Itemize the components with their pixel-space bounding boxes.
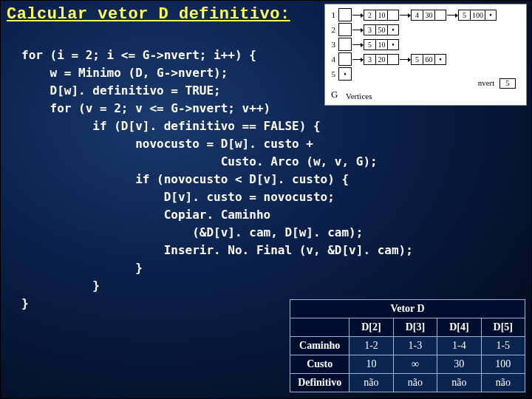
vector-d-row-label: Caminho [290, 337, 349, 355]
graph-g-label: G [331, 89, 338, 100]
arrow-icon [400, 15, 410, 16]
graph-diagram: 121043051002350351043205605VerticesGnver… [324, 4, 527, 106]
adj-row: 2350 [328, 22, 399, 37]
adj-row-index: 4 [328, 55, 335, 64]
arrow-icon [352, 15, 363, 16]
vector-d-col-header: D[5] [481, 318, 525, 337]
adj-row-index: 3 [328, 40, 335, 49]
graph-vertices-label: Vertices [346, 92, 372, 100]
arrow-icon [447, 15, 457, 16]
adj-head-cell [338, 23, 352, 36]
arrow-icon [352, 44, 363, 45]
table-row: Custo10∞30100 [290, 355, 525, 374]
table-row: Caminho1-21-31-41-5 [290, 337, 525, 355]
adj-node: 5100 [458, 10, 497, 21]
adj-row-index: 2 [328, 25, 335, 34]
vector-d-cell: 1-5 [481, 337, 525, 355]
vector-d-cell: 1-3 [393, 337, 437, 355]
vector-d-col-header: D[2] [349, 318, 393, 337]
adj-head-cell [338, 67, 352, 81]
vector-d-row-label: Definitivo [290, 374, 349, 392]
adj-node: 320 [364, 54, 399, 65]
adj-node: 430 [411, 10, 446, 21]
table-row: Definitivonãonãonãonão [290, 374, 525, 392]
adj-row-index: 1 [328, 10, 335, 19]
adj-node: 560 [411, 54, 446, 65]
vector-d-cell: não [437, 374, 481, 392]
adj-row: 3510 [328, 37, 399, 52]
vector-d-cell: não [481, 374, 525, 392]
adj-node: 350 [364, 24, 399, 35]
adj-row: 12104305100 [328, 7, 497, 22]
arrow-icon [400, 59, 410, 60]
vector-d-cell: 1-4 [437, 337, 481, 355]
adj-row: 4320560 [328, 52, 446, 66]
arrow-icon [352, 59, 363, 60]
vector-d-cell: 30 [437, 355, 481, 374]
adj-row-index: 5 [328, 69, 335, 78]
vector-d-title: Vetor D [290, 300, 525, 318]
arrow-icon [352, 30, 363, 30]
adj-head-cell [338, 52, 352, 66]
vector-d-cell: 1-2 [349, 337, 393, 355]
vector-d-col-header: D[3] [393, 318, 437, 337]
vector-d-cell: não [393, 374, 437, 392]
vector-d-cell: 100 [481, 355, 525, 374]
slide-title: Calcular vetor D definitivo: [7, 5, 290, 24]
vector-d-row-label: Custo [290, 355, 349, 374]
adj-node: 510 [364, 39, 399, 50]
vector-d-col-header: D[4] [437, 318, 481, 337]
graph-nvert: nvert 5 [478, 78, 516, 89]
vector-d-cell: não [349, 374, 393, 392]
adj-head-cell [338, 8, 352, 21]
adj-row: 5 [328, 66, 352, 81]
vector-d-cell: 10 [349, 355, 393, 374]
adj-head-cell [338, 38, 352, 51]
adj-node: 210 [364, 10, 399, 21]
vector-d-table: Vetor D D[2]D[3]D[4]D[5] Caminho1-21-31-… [290, 299, 525, 392]
vector-d-corner [290, 318, 349, 337]
vector-d-cell: ∞ [393, 355, 437, 374]
